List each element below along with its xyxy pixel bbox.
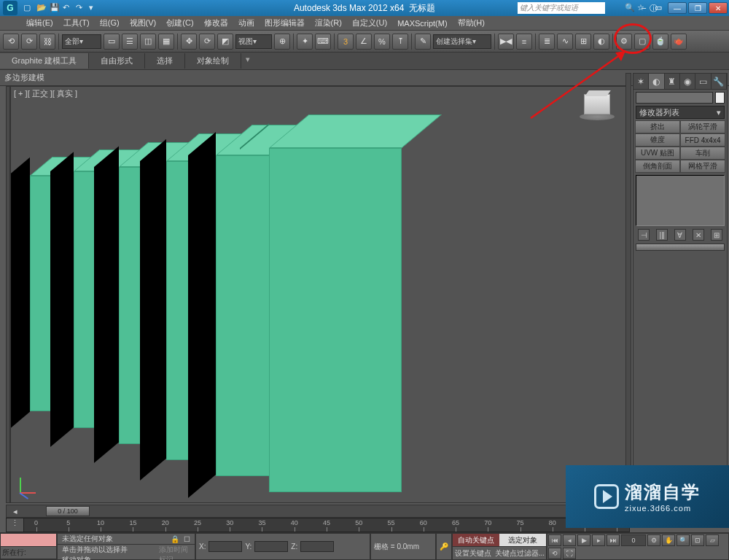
qat-save-icon[interactable]: 💾 (50, 3, 60, 13)
pin-stack-icon[interactable]: ⊣ (638, 229, 650, 241)
timeconfig-icon[interactable]: 🔑 (436, 533, 452, 560)
viewport-label[interactable]: [ + ][ 正交 ][ 真实 ] (14, 88, 77, 99)
snap-icon[interactable]: 3 (338, 34, 354, 50)
object-color-swatch[interactable] (715, 92, 725, 104)
make-unique-icon[interactable]: ∀ (674, 229, 686, 241)
viewport-right-handle[interactable] (625, 73, 631, 503)
scale-icon[interactable]: ◩ (217, 34, 233, 50)
maximize-viewport-icon[interactable]: ⛶ (563, 548, 576, 559)
menu-render[interactable]: 渲染(R) (311, 16, 346, 30)
mod-lathe[interactable]: 车削 (680, 147, 725, 160)
refcoord-dropdown[interactable]: 视图 ▾ (235, 34, 272, 49)
select-icon[interactable]: ▭ (104, 34, 120, 50)
close-button[interactable]: ✕ (709, 2, 728, 14)
next-frame-icon[interactable]: ▸ (592, 534, 605, 546)
zoom-icon[interactable]: 🔍 (677, 534, 690, 546)
track-bar[interactable]: ⋮ 051015202530354045505560657075808590 (6, 518, 630, 532)
play-icon[interactable]: ▶ (577, 534, 590, 546)
select-name-icon[interactable]: ☰ (122, 34, 138, 50)
window-crossing-icon[interactable]: ▦ (158, 34, 174, 50)
help-search-input[interactable]: 键入关键字或短语 (518, 2, 605, 14)
minimize-button[interactable]: — (668, 2, 687, 14)
keyfilter-button[interactable]: 关键点过滤器... (494, 547, 546, 559)
fov-icon[interactable]: ▱ (706, 534, 719, 546)
tab-graphite[interactable]: Graphite 建模工具 (0, 53, 89, 69)
mod-uvw[interactable]: UVW 贴图 (635, 147, 680, 160)
setkey-button[interactable]: 设置关键点 (453, 547, 494, 559)
tab-hierarchy-icon[interactable]: ♜ (665, 74, 680, 89)
menu-create[interactable]: 创建(C) (162, 16, 198, 30)
editnamed-icon[interactable]: ✎ (415, 34, 431, 50)
trackbar-toggle-icon[interactable]: ⋮ (7, 518, 24, 532)
mod-extrude[interactable]: 挤出 (635, 120, 680, 133)
angle-snap-icon[interactable]: ∠ (356, 34, 372, 50)
add-time-tag[interactable]: 添加时间标记 (159, 545, 190, 560)
autokey-button[interactable]: 自动关键点 (453, 534, 499, 546)
rotate-icon[interactable]: ⟳ (199, 34, 215, 50)
app-logo-icon[interactable]: G (3, 1, 17, 15)
goto-end-icon[interactable]: ⏭ (607, 534, 620, 546)
timeslider-left-icon[interactable]: ◂ (7, 507, 24, 516)
ribbon-expand-icon[interactable]: ▾ (246, 55, 259, 68)
mod-taper[interactable]: 锥度 (635, 133, 680, 147)
object-name-field[interactable] (636, 92, 713, 104)
prev-frame-icon[interactable]: ◂ (563, 534, 576, 546)
qat-more-icon[interactable]: ▾ (89, 3, 99, 13)
bind-icon[interactable]: ⛓ (39, 34, 55, 50)
menu-tools[interactable]: 工具(T) (59, 16, 94, 30)
maximize-button[interactable]: ❐ (688, 2, 707, 14)
menu-maxscript[interactable]: MAXScript(M) (393, 18, 451, 29)
mod-meshsmooth[interactable]: 网格平滑 (680, 160, 725, 173)
modifier-stack[interactable] (636, 175, 725, 226)
tab-modify-icon[interactable]: ◐ (649, 74, 664, 89)
coord-y-input[interactable] (254, 541, 288, 552)
menu-edit[interactable]: 编辑(E) (22, 16, 58, 30)
orbit-icon[interactable]: ⟲ (548, 548, 561, 559)
render-icon[interactable]: 🍵 (652, 34, 668, 50)
rollup-divider[interactable] (636, 244, 725, 251)
link-icon[interactable]: ⟲ (3, 34, 19, 50)
min-inner-icon[interactable]: – (642, 3, 652, 13)
tab-utilities-icon[interactable]: 🔧 (712, 74, 727, 89)
zoom-ext-icon[interactable]: ⊡ (691, 534, 704, 546)
render-prod-icon[interactable]: 🫖 (671, 34, 687, 50)
time-slider[interactable]: ◂ 0 / 100 (6, 505, 630, 518)
unlink-icon[interactable]: ⟳ (21, 34, 37, 50)
selobj-button[interactable]: 选定对象 (499, 534, 546, 546)
max-inner-icon[interactable]: ▭ (655, 3, 665, 13)
pivot-icon[interactable]: ⊕ (274, 34, 290, 50)
viewport[interactable]: [ + ][ 正交 ][ 真实 ] (10, 86, 630, 503)
show-end-icon[interactable]: |‖ (656, 229, 668, 241)
coord-x-input[interactable] (208, 541, 242, 552)
menu-help[interactable]: 帮助(H) (453, 16, 489, 30)
qat-open-icon[interactable]: 📂 (36, 3, 47, 13)
mod-bevel[interactable]: 倒角剖面 (635, 160, 680, 173)
remove-mod-icon[interactable]: ✕ (693, 229, 704, 241)
menu-group[interactable]: 组(G) (95, 16, 124, 30)
menu-anim[interactable]: 动画 (234, 16, 259, 30)
mirror-icon[interactable]: ▶◀ (498, 34, 514, 50)
select-region-icon[interactable]: ◫ (140, 34, 156, 50)
qat-undo-icon[interactable]: ↶ (63, 3, 73, 13)
ribbon-panel-label[interactable]: 多边形建模 (4, 72, 44, 83)
time-slider-knob[interactable]: 0 / 100 (46, 506, 90, 516)
pan-icon[interactable]: ✋ (662, 534, 675, 546)
isolate-icon[interactable]: ☐ (184, 535, 190, 543)
script-mini-listener[interactable]: 所在行: (0, 533, 57, 560)
modifier-list-dropdown[interactable]: 修改器列表▾ (636, 106, 725, 119)
spinner-snap-icon[interactable]: ⤒ (392, 34, 408, 50)
menu-grapheditor[interactable]: 图形编辑器 (260, 16, 309, 30)
tab-display-icon[interactable]: ▭ (695, 74, 711, 89)
mod-ffd[interactable]: FFD 4x4x4 (680, 133, 725, 147)
menu-customize[interactable]: 自定义(U) (348, 16, 391, 30)
move-icon[interactable]: ✥ (181, 34, 197, 50)
timeconfig2-icon[interactable]: ⚙ (647, 534, 660, 546)
menu-modifier[interactable]: 修改器 (200, 16, 233, 30)
named-selset[interactable]: 创建选择集 ▾ (433, 34, 491, 49)
tab-freeform[interactable]: 自由形式 (89, 53, 145, 69)
tab-paint[interactable]: 对象绘制 (185, 53, 241, 69)
tab-select[interactable]: 选择 (145, 53, 185, 69)
qat-new-icon[interactable]: ▢ (23, 3, 34, 13)
goto-start-icon[interactable]: ⏮ (548, 534, 561, 546)
tab-motion-icon[interactable]: ◉ (680, 74, 695, 89)
